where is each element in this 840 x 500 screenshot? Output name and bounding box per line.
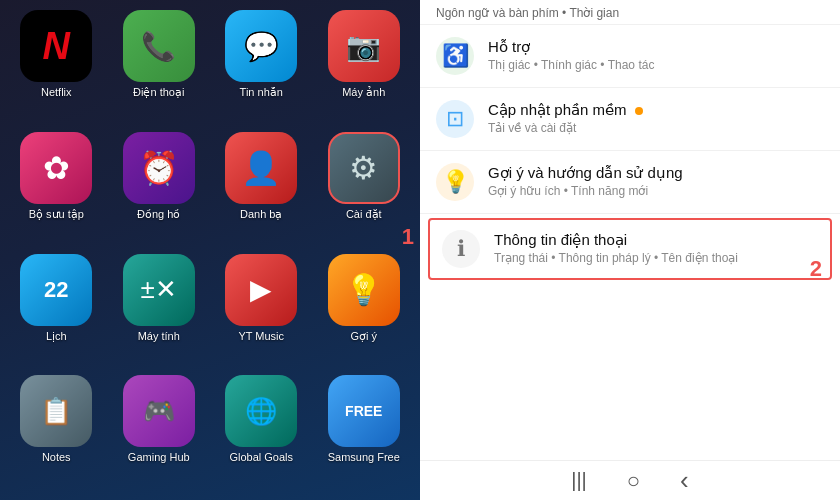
camera-icon: 📷 [328,10,400,82]
settings-hotro[interactable]: ♿ Hỗ trợ Thị giác • Thính giác • Thao tá… [420,25,840,88]
dienthoai-label: Điện thoại [133,86,184,99]
goiyhd-subtitle: Gợi ý hữu ích • Tính năng mới [488,184,824,200]
clock-icon: ⏰ [123,132,195,204]
contacts-icon: 👤 [225,132,297,204]
goiyhd-text: Gợi ý và hướng dẫn sử dụng Gợi ý hữu ích… [488,164,824,200]
capnhat-subtitle: Tải về và cài đặt [488,121,824,137]
hotro-text: Hỗ trợ Thị giác • Thính giác • Thao tác [488,38,824,74]
app-notes[interactable]: 📋 Notes [8,375,105,490]
capnhat-icon-wrap: ⊡ [436,100,474,138]
gaming-icon: 🎮 [123,375,195,447]
capnhat-text: Cập nhật phần mềm Tải về và cài đặt [488,101,824,137]
settings-list: Ngôn ngữ và bàn phím • Thời gian ♿ Hỗ tr… [420,0,840,460]
goiy-label: Gợi ý [350,330,377,343]
thongtin-icon: ℹ [457,236,465,262]
notes-label: Notes [42,451,71,463]
thongtin-text: Thông tin điện thoại Trạng thái • Thông … [494,231,818,267]
settings-goiyhd[interactable]: 💡 Gợi ý và hướng dẫn sử dụng Gợi ý hữu í… [420,151,840,214]
right-panel: Ngôn ngữ và bàn phím • Thời gian ♿ Hỗ tr… [420,0,840,500]
goiyhd-title: Gợi ý và hướng dẫn sử dụng [488,164,824,182]
step2-number: 2 [810,256,822,282]
partial-top-item: Ngôn ngữ và bàn phím • Thời gian [420,0,840,25]
app-caidat[interactable]: ⚙ Cài đặt 1 [316,132,413,248]
app-lich[interactable]: 22 Lịch [8,254,105,370]
app-grid: N Netflix 📞 Điện thoại 💬 Tin nhắn 📷 Máy … [8,10,412,490]
goals-label: Global Goals [229,451,293,463]
goiyhd-icon-wrap: 💡 [436,163,474,201]
myanh-label: Máy ảnh [342,86,385,99]
calendar-icon: 22 [20,254,92,326]
samsungfree-icon: FREE [328,375,400,447]
netflix-label: Netflix [41,86,72,98]
tinnhan-label: Tin nhắn [240,86,283,99]
capnhat-icon: ⊡ [446,106,464,132]
maytinh-label: Máy tính [138,330,180,342]
netflix-icon: N [20,10,92,82]
update-dot [635,107,643,115]
ytmusic-label: YT Music [238,330,284,342]
app-danhba[interactable]: 👤 Danh bạ [213,132,310,248]
settings-capnhat[interactable]: ⊡ Cập nhật phần mềm Tải về và cài đặt [420,88,840,151]
nav-back[interactable]: ‹ [680,465,689,496]
settings-icon: ⚙ [328,132,400,204]
thongtin-title: Thông tin điện thoại [494,231,818,249]
phone-icon: 📞 [123,10,195,82]
app-tinnhan[interactable]: 💬 Tin nhắn [213,10,310,126]
app-bosutap[interactable]: ✿ Bộ sưu tập [8,132,105,248]
samsungfree-label: Samsung Free [328,451,400,463]
thongtin-subtitle: Trạng thái • Thông tin pháp lý • Tên điệ… [494,251,818,267]
goiy-icon: 💡 [328,254,400,326]
donghho-label: Đồng hồ [137,208,180,221]
nav-recent[interactable]: ||| [571,469,587,492]
partial-top-text: Ngôn ngữ và bàn phím • Thời gian [436,6,619,20]
notes-icon: 📋 [20,375,92,447]
messages-icon: 💬 [225,10,297,82]
app-netflix[interactable]: N Netflix [8,10,105,126]
bosutap-label: Bộ sưu tập [29,208,84,221]
thongtin-icon-wrap: ℹ [442,230,480,268]
app-myanh[interactable]: 📷 Máy ảnh [316,10,413,126]
goiyhd-icon: 💡 [442,169,469,195]
goals-icon: 🌐 [225,375,297,447]
left-panel: N Netflix 📞 Điện thoại 💬 Tin nhắn 📷 Máy … [0,0,420,500]
app-gaming[interactable]: 🎮 Gaming Hub [111,375,208,490]
nav-home[interactable]: ○ [627,468,640,494]
caidat-label: Cài đặt [346,208,382,221]
hotro-subtitle: Thị giác • Thính giác • Thao tác [488,58,824,74]
collection-icon: ✿ [20,132,92,204]
calculator-icon: ±✕ [123,254,195,326]
capnhat-title: Cập nhật phần mềm [488,101,824,119]
danhba-label: Danh bạ [240,208,282,221]
app-samsungfree[interactable]: FREE Samsung Free [316,375,413,490]
app-goals[interactable]: 🌐 Global Goals [213,375,310,490]
app-ytmusic[interactable]: ▶ YT Music [213,254,310,370]
hotro-icon: ♿ [442,43,469,69]
step1-number: 1 [402,224,414,250]
lich-label: Lịch [46,330,67,343]
ytmusic-icon: ▶ [225,254,297,326]
app-maytinh[interactable]: ±✕ Máy tính [111,254,208,370]
app-dienthoai[interactable]: 📞 Điện thoại [111,10,208,126]
gaming-label: Gaming Hub [128,451,190,463]
hotro-title: Hỗ trợ [488,38,824,56]
hotro-icon-wrap: ♿ [436,37,474,75]
app-goiy[interactable]: 💡 Gợi ý [316,254,413,370]
nav-bar: ||| ○ ‹ [420,460,840,500]
settings-thongtin[interactable]: ℹ Thông tin điện thoại Trạng thái • Thôn… [428,218,832,280]
app-donghho[interactable]: ⏰ Đồng hồ [111,132,208,248]
